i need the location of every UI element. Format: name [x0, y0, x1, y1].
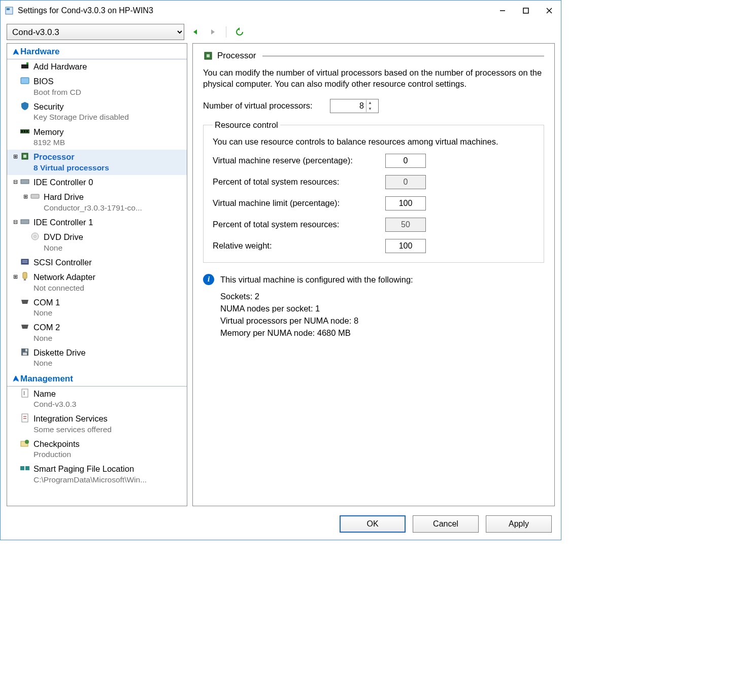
svg-rect-36 [20, 466, 24, 470]
controller-icon [19, 216, 30, 227]
settings-window: Settings for Cond-v3.0.3 on HP-WIN3 Cond… [0, 0, 561, 540]
content-title: Processor [217, 51, 256, 61]
management-heading[interactable]: ⮝ Management [7, 372, 187, 387]
apply-button[interactable]: Apply [486, 515, 552, 533]
nav-checkpoints[interactable]: CheckpointsProduction [7, 437, 187, 462]
svg-rect-23 [21, 259, 28, 264]
svg-rect-11 [21, 78, 29, 84]
nav-smart-paging[interactable]: Smart Paging File LocationC:\ProgramData… [7, 462, 187, 487]
expand-icon[interactable]: ⊞ [21, 191, 29, 202]
nav-hard-drive[interactable]: ⊞ Hard DriveConductor_r3.0.3-1791-co... [7, 190, 187, 215]
info-icon: i [203, 274, 214, 285]
nav-com1[interactable]: COM 1None [7, 295, 187, 321]
expand-icon[interactable]: ⊞ [11, 271, 19, 282]
nav-add-hardware[interactable]: Add Hardware [7, 59, 187, 74]
reserve-total-label: Percent of total system resources: [213, 177, 385, 187]
svg-rect-15 [26, 130, 28, 132]
nav-ide-controller-0[interactable]: ⊟ IDE Controller 0 [7, 175, 187, 190]
vproc-spinner[interactable]: ▲▼ [366, 100, 374, 112]
nav-processor[interactable]: ⊞ Processor8 Virtual processors [7, 150, 187, 175]
weight-label: Relative weight: [213, 241, 385, 251]
dialog-footer: OK Cancel Apply [1, 510, 561, 540]
toolbar-separator [226, 26, 226, 38]
reserve-input[interactable] [385, 154, 426, 168]
svg-point-35 [25, 440, 29, 444]
close-button[interactable] [538, 1, 561, 21]
vproc-input-wrap: ▲▼ [330, 99, 379, 113]
name-icon: I [19, 388, 30, 399]
hardware-heading[interactable]: ⮝ Hardware [7, 45, 187, 59]
reserve-label: Virtual machine reserve (percentage): [213, 156, 385, 165]
expand-icon[interactable]: ⊞ [11, 151, 19, 162]
config-info-intro: This virtual machine is configured with … [220, 274, 413, 286]
processor-icon [203, 51, 213, 61]
processor-icon [19, 151, 30, 162]
svg-rect-39 [207, 54, 210, 57]
window-title: Settings for Cond-v3.0.3 on HP-WIN3 [18, 6, 491, 15]
serial-port-icon [19, 296, 30, 307]
controller-icon [19, 176, 30, 187]
svg-rect-19 [31, 194, 39, 198]
heading-rule [262, 56, 544, 56]
vproc-input[interactable] [330, 101, 366, 111]
limit-input[interactable] [385, 196, 426, 211]
app-icon [5, 6, 14, 15]
disc-icon [29, 231, 41, 242]
nav-back-button[interactable] [189, 26, 202, 38]
collapse-icon: ⮝ [11, 375, 20, 382]
info-vproc-per-numa: Virtual processors per NUMA node: 8 [220, 315, 544, 327]
dialog-body: ⮝ Hardware Add Hardware BIOSBoot from CD [1, 43, 561, 510]
nav-security[interactable]: SecurityKey Storage Drive disabled [7, 99, 187, 125]
svg-marker-6 [193, 29, 197, 34]
svg-rect-1 [7, 8, 10, 10]
ok-button[interactable]: OK [340, 515, 406, 533]
nav-network-adapter[interactable]: ⊞ Network AdapterNot connected [7, 270, 187, 295]
refresh-button[interactable] [233, 26, 246, 38]
svg-rect-33 [23, 418, 26, 419]
svg-rect-32 [23, 416, 26, 417]
info-sockets: Sockets: 2 [220, 291, 544, 303]
settings-nav: ⮝ Hardware Add Hardware BIOSBoot from CD [7, 43, 187, 506]
nav-integration-services[interactable]: Integration ServicesSome services offere… [7, 411, 187, 437]
content-heading: Processor [203, 51, 544, 61]
titlebar: Settings for Cond-v3.0.3 on HP-WIN3 [1, 1, 561, 21]
nav-name[interactable]: I NameCond-v3.0.3 [7, 387, 187, 412]
paging-icon [19, 463, 30, 474]
collapse-icon[interactable]: ⊟ [11, 176, 19, 187]
nav-dvd-drive[interactable]: DVD DriveNone [7, 230, 187, 255]
nav-memory[interactable]: Memory8192 MB [7, 125, 187, 150]
shield-icon [19, 100, 30, 112]
hardware-heading-label: Hardware [20, 47, 59, 57]
svg-rect-17 [23, 155, 26, 158]
vproc-label: Number of virtual processors: [203, 101, 330, 111]
resource-control-group: Resource control You can use resource co… [203, 120, 544, 263]
vm-selector-dropdown[interactable]: Cond-v3.0.3 [7, 24, 184, 40]
svg-rect-13 [21, 130, 23, 132]
floppy-icon [19, 346, 30, 358]
bios-icon [19, 75, 30, 86]
minimize-button[interactable] [491, 1, 514, 21]
vproc-row: Number of virtual processors: ▲▼ [203, 99, 544, 113]
nav-bios[interactable]: BIOSBoot from CD [7, 74, 187, 99]
weight-input[interactable] [385, 239, 426, 253]
svg-rect-28 [25, 349, 27, 352]
nav-scroll[interactable]: ⮝ Hardware Add Hardware BIOSBoot from CD [7, 44, 187, 506]
svg-rect-37 [25, 466, 29, 470]
cancel-button[interactable]: Cancel [413, 515, 479, 533]
hard-drive-icon [29, 191, 41, 202]
reserve-total-readout [385, 175, 426, 189]
info-numa-per-socket: NUMA nodes per socket: 1 [220, 303, 544, 315]
scsi-icon [19, 256, 30, 267]
nav-diskette-drive[interactable]: Diskette DriveNone [7, 345, 187, 371]
memory-icon [19, 126, 30, 137]
integration-icon [19, 412, 30, 424]
nav-scsi-controller[interactable]: SCSI Controller [7, 255, 187, 270]
info-mem-per-numa: Memory per NUMA node: 4680 MB [220, 327, 544, 339]
svg-rect-18 [21, 180, 29, 184]
collapse-icon[interactable]: ⊟ [11, 216, 19, 227]
processor-description: You can modify the number of virtual pro… [203, 67, 544, 90]
nav-forward-button[interactable] [207, 26, 219, 38]
nav-ide-controller-1[interactable]: ⊟ IDE Controller 1 [7, 215, 187, 230]
maximize-button[interactable] [514, 1, 538, 21]
nav-com2[interactable]: COM 2None [7, 320, 187, 345]
